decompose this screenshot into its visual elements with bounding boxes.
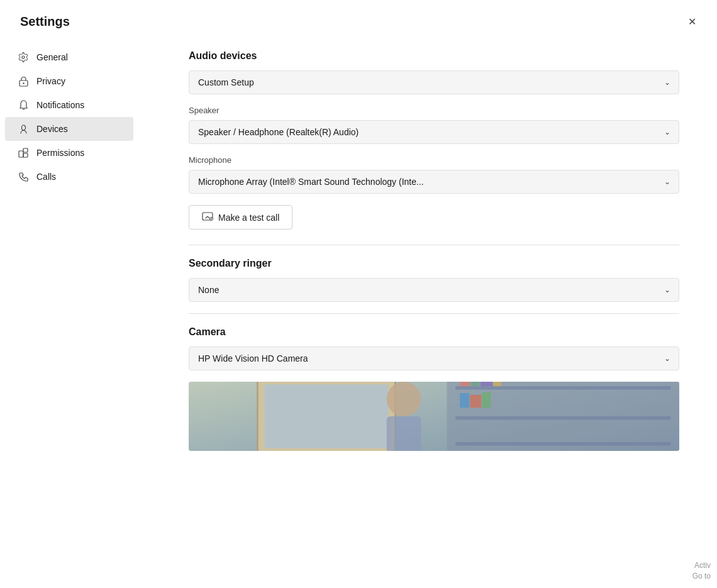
microphone-label: Microphone <box>189 155 679 165</box>
content-area: General Privacy <box>0 38 717 588</box>
divider-2 <box>189 313 679 314</box>
permissions-icon <box>18 147 29 158</box>
sidebar-label-privacy: Privacy <box>36 76 65 86</box>
secondary-ringer-select[interactable]: None <box>189 278 679 302</box>
svg-rect-3 <box>19 151 23 157</box>
svg-point-1 <box>23 82 24 84</box>
close-button[interactable]: ✕ <box>682 11 702 31</box>
svg-rect-5 <box>23 153 28 157</box>
test-call-icon <box>202 212 213 223</box>
sidebar-label-notifications: Notifications <box>36 100 84 110</box>
title-bar: Settings ✕ <box>0 0 717 38</box>
sidebar-label-permissions: Permissions <box>36 148 84 158</box>
camera-preview <box>189 382 679 451</box>
watermark: Activ Go to <box>692 560 711 582</box>
divider-1 <box>189 245 679 245</box>
sidebar: General Privacy <box>0 38 138 588</box>
speaker-section: Speaker Speaker / Headphone (Realtek(R) … <box>189 106 679 144</box>
watermark-line2: Go to <box>692 572 711 580</box>
sidebar-label-calls: Calls <box>36 172 56 182</box>
window-title: Settings <box>20 14 70 29</box>
speaker-select[interactable]: Speaker / Headphone (Realtek(R) Audio) <box>189 120 679 144</box>
secondary-ringer-title: Secondary ringer <box>189 258 679 269</box>
sidebar-item-notifications[interactable]: Notifications <box>5 93 133 117</box>
speaker-label: Speaker <box>189 106 679 115</box>
privacy-icon <box>18 75 29 87</box>
sidebar-item-calls[interactable]: Calls <box>5 165 133 189</box>
svg-point-2 <box>21 125 25 130</box>
sidebar-label-general: General <box>36 52 68 62</box>
audio-devices-select-wrapper: Custom Setup ⌄ <box>189 70 679 94</box>
main-content: Audio devices Custom Setup ⌄ Speaker Spe… <box>138 38 717 588</box>
sidebar-item-permissions[interactable]: Permissions <box>5 141 133 165</box>
test-call-label: Make a test call <box>218 213 279 223</box>
camera-select-wrapper: HP Wide Vision HD Camera ⌄ <box>189 347 679 370</box>
audio-devices-title: Audio devices <box>189 50 679 62</box>
sidebar-label-devices: Devices <box>36 124 68 134</box>
calls-icon <box>18 171 29 182</box>
audio-devices-select[interactable]: Custom Setup <box>189 70 679 94</box>
audio-devices-section: Audio devices Custom Setup ⌄ <box>189 50 679 94</box>
devices-icon <box>18 123 29 135</box>
microphone-select[interactable]: Microphone Array (Intel® Smart Sound Tec… <box>189 170 679 194</box>
secondary-ringer-select-wrapper: None ⌄ <box>189 278 679 302</box>
settings-window: Settings ✕ General <box>0 0 717 588</box>
secondary-ringer-section: Secondary ringer None ⌄ <box>189 258 679 302</box>
camera-select[interactable]: HP Wide Vision HD Camera <box>189 347 679 370</box>
watermark-line1: Activ <box>694 561 711 570</box>
microphone-select-wrapper: Microphone Array (Intel® Smart Sound Tec… <box>189 170 679 194</box>
camera-section: Camera HP Wide Vision HD Camera ⌄ <box>189 326 679 451</box>
sidebar-item-privacy[interactable]: Privacy <box>5 69 133 93</box>
sidebar-item-devices[interactable]: Devices <box>5 117 133 141</box>
sidebar-item-general[interactable]: General <box>5 45 133 69</box>
speaker-select-wrapper: Speaker / Headphone (Realtek(R) Audio) ⌄ <box>189 120 679 144</box>
svg-rect-4 <box>23 148 28 152</box>
camera-title: Camera <box>189 326 679 338</box>
notifications-icon <box>18 99 29 111</box>
svg-rect-24 <box>189 382 679 451</box>
general-icon <box>18 52 29 63</box>
microphone-section: Microphone Microphone Array (Intel® Smar… <box>189 155 679 194</box>
test-call-button[interactable]: Make a test call <box>189 205 292 230</box>
